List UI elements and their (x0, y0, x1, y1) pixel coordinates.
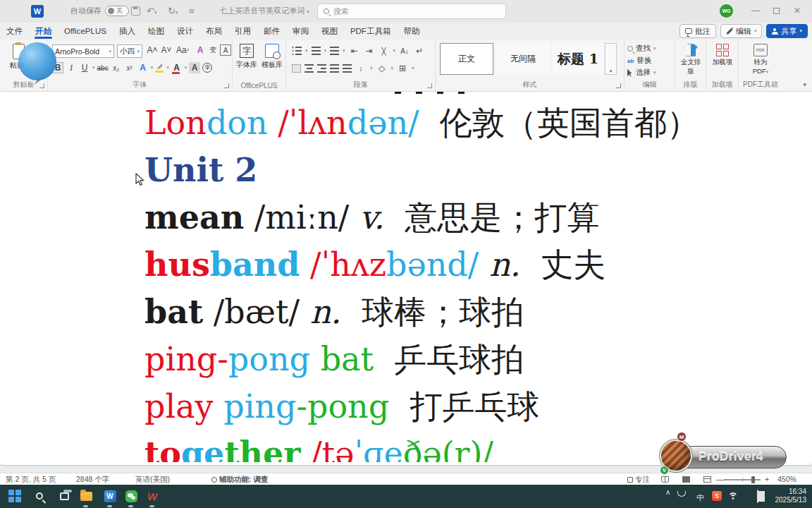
tab-view[interactable]: 视图 (315, 23, 344, 40)
search-input[interactable]: 搜索 (317, 4, 506, 19)
style-no-spacing[interactable]: 无间隔 (496, 43, 550, 75)
tab-draw[interactable]: 绘图 (142, 23, 171, 40)
editing-mode-button[interactable]: 编辑▾ (720, 24, 763, 38)
read-mode-icon[interactable] (661, 476, 669, 483)
page-indicator[interactable]: 第 2 页, 共 5 页 (6, 475, 56, 485)
tab-pdf-toolbox[interactable]: PDF工具箱 (344, 23, 398, 40)
italic-button[interactable]: I (66, 62, 77, 73)
tab-mailings[interactable]: 邮件 (257, 23, 286, 40)
word-taskbar-button[interactable]: W (102, 488, 118, 504)
tab-review[interactable]: 审阅 (286, 23, 315, 40)
replace-button[interactable]: ab 替换 (627, 56, 651, 66)
tab-help[interactable]: 帮助 (397, 23, 426, 40)
align-right-icon[interactable] (317, 64, 326, 73)
language-indicator[interactable]: 英语(美国) (135, 475, 170, 485)
character-shading-icon[interactable]: A (189, 62, 200, 73)
subscript-button[interactable]: x₂ (111, 62, 122, 73)
change-case-icon[interactable]: Aa▾ (176, 44, 189, 56)
highlight-color-icon[interactable] (155, 64, 164, 73)
autosave-toggle[interactable]: 关 (105, 6, 129, 16)
clear-formatting-icon[interactable]: A (195, 44, 206, 56)
convert-to-pdf-button[interactable]: PDF 转为 PDF▾ (746, 44, 775, 75)
line-spacing-icon[interactable]: ↕ (355, 63, 367, 74)
focus-mode-button[interactable]: 专注 (627, 475, 650, 485)
minimize-button[interactable]: — (751, 6, 760, 16)
text-effects-icon[interactable]: A (137, 62, 149, 73)
font-name-select[interactable]: ArnoPro-Bold▾ (52, 44, 114, 58)
autosave-control[interactable]: 自动保存 关 (70, 6, 129, 16)
align-center-icon[interactable] (304, 64, 314, 73)
close-button[interactable]: ✕ (794, 6, 801, 16)
multilevel-list-icon[interactable] (330, 47, 339, 55)
font-library-button[interactable]: 字 字体库 (234, 44, 259, 70)
font-color-icon[interactable]: A (171, 62, 183, 73)
file-explorer-button[interactable] (78, 488, 94, 504)
select-button[interactable]: 选择▾ (627, 68, 656, 78)
prodriver-m-badge[interactable]: M (677, 432, 687, 442)
show-marks-icon[interactable]: ↵ (414, 45, 425, 56)
asian-layout-icon[interactable]: ╳ (379, 45, 390, 56)
screen-annotator-ball[interactable] (18, 42, 56, 80)
wechat-button[interactable] (123, 488, 139, 504)
character-border-icon[interactable]: A (220, 44, 231, 56)
save-icon[interactable] (131, 6, 140, 16)
battery-icon[interactable] (757, 490, 758, 503)
template-library-button[interactable]: 模板库 (259, 44, 285, 70)
undo-icon[interactable]: ↶▾ (147, 5, 156, 19)
decrease-indent-icon[interactable]: ⇤ (349, 45, 360, 56)
document-title[interactable]: 七上英语音节美双记单词 ▾ (204, 6, 324, 16)
paragraph-dialog-launcher-icon[interactable] (427, 83, 432, 88)
account-avatar[interactable]: WG (720, 4, 733, 18)
addins-button[interactable]: 加载项 (710, 44, 734, 67)
microphone-icon[interactable] (679, 488, 689, 501)
restore-button[interactable] (773, 8, 780, 14)
strikethrough-button[interactable]: abc (97, 62, 109, 73)
full-typeset-button[interactable]: 全文排版 (678, 44, 703, 76)
superscript-button[interactable]: x² (124, 62, 135, 73)
align-left-icon[interactable] (292, 64, 301, 73)
underline-button[interactable]: U (79, 62, 90, 73)
numbered-list-icon[interactable] (312, 47, 321, 55)
zoom-slider[interactable] (724, 479, 761, 480)
share-button[interactable]: 共享▾ (766, 24, 808, 38)
zoom-slider-handle[interactable] (751, 476, 755, 483)
tray-chevron-icon[interactable]: ∧ (665, 488, 670, 496)
collapse-ribbon-icon[interactable]: ▾ (803, 81, 806, 88)
font-dialog-launcher-icon[interactable] (224, 83, 229, 88)
document-canvas[interactable]: London /ˈlʌndən/ 伦敦（英国首都）Unit 2mean /miː… (0, 92, 812, 473)
tab-file[interactable]: 文件 (0, 23, 29, 40)
find-button[interactable]: 查找▾ (627, 44, 656, 54)
word-app-icon[interactable]: W (31, 5, 44, 18)
prodriver-v-badge[interactable]: V (660, 466, 669, 475)
sogou-tray-icon[interactable]: S (712, 491, 722, 501)
grow-font-icon[interactable]: A˄ (147, 44, 158, 56)
font-size-select[interactable]: 小四▾ (117, 44, 142, 58)
wps-button[interactable]: W (144, 488, 160, 504)
styles-dialog-launcher-icon[interactable] (616, 83, 621, 88)
accessibility-status[interactable]: 辅助功能: 调查 (211, 475, 268, 485)
tab-officeplus[interactable]: OfficePLUS (58, 23, 113, 40)
print-layout-icon[interactable] (682, 476, 690, 483)
tab-design[interactable]: 设计 (171, 23, 199, 40)
web-layout-icon[interactable] (703, 476, 711, 483)
increase-indent-icon[interactable]: ⇥ (364, 45, 375, 56)
clipboard-dialog-launcher-icon[interactable] (39, 83, 44, 88)
tab-layout[interactable]: 布局 (199, 23, 228, 40)
enclose-characters-icon[interactable]: 字 (202, 63, 212, 73)
ime-indicator[interactable]: 中 (696, 492, 704, 503)
taskbar-clock[interactable]: 16:34 2025/5/13 (775, 488, 807, 504)
sort-icon[interactable]: A↓ (399, 45, 410, 56)
task-view-button[interactable] (56, 488, 72, 504)
comments-button[interactable]: 批注 (679, 24, 716, 38)
tab-references[interactable]: 引用 (228, 23, 257, 40)
word-count[interactable]: 2848 个字 (76, 475, 109, 485)
style-heading-1[interactable]: 标题 1 (553, 43, 603, 75)
borders-icon[interactable]: ⊞ (397, 63, 408, 74)
shrink-font-icon[interactable]: A˅ (161, 44, 172, 56)
pinyin-guide-icon[interactable]: 变 (207, 44, 219, 56)
bullet-list-icon[interactable] (292, 47, 302, 55)
tab-home[interactable]: 开始 (29, 23, 58, 40)
styles-gallery-scroll[interactable]: ▾ (605, 43, 617, 75)
start-button[interactable] (7, 488, 23, 504)
shading-icon[interactable]: ◇ (376, 63, 388, 74)
